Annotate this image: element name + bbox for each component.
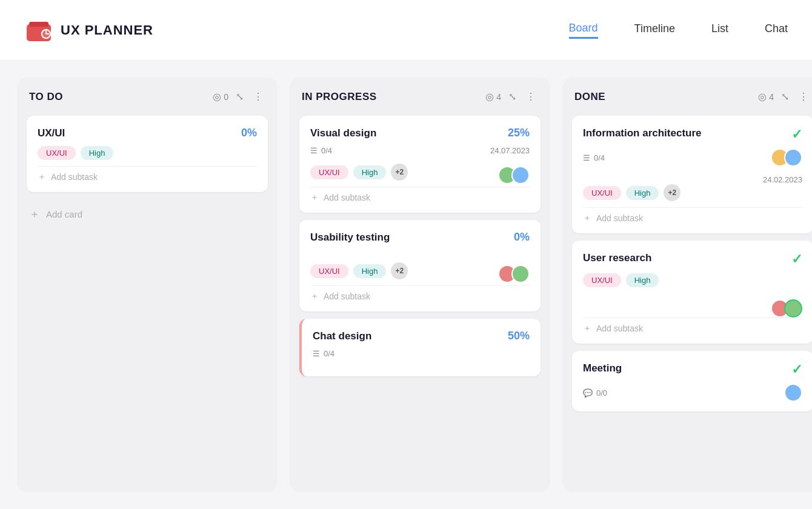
column-done: DONE ◎ 4 ⤡ ⋮ Information architecture ✓ … [562,78,812,492]
column-inprogress-more[interactable]: ⋮ [524,90,538,104]
nav-chat[interactable]: Chat [765,22,788,38]
nav-list[interactable]: List [711,22,728,38]
nav-timeline[interactable]: Timeline [634,22,675,38]
tag-high[interactable]: High [81,146,114,160]
column-inprogress: IN PROGRESS ◎ 4 ⤡ ⋮ Visual design 25% ☰ … [290,78,550,492]
avatar-vd-2 [511,166,530,184]
tag-high-ur[interactable]: High [626,273,659,287]
card-chat-design-tasks: ☰ 0/4 [313,349,334,358]
header: UX PLANNER Board Timeline List Chat [0,0,812,61]
plus-icon-add-card: ＋ [29,207,40,221]
add-subtask-ut[interactable]: ＋ Add subtask [310,285,530,302]
task-icon-ia: ☰ [583,153,590,162]
card-info-arch-tasks: ☰ 0/4 [583,153,605,162]
card-visual-design-percent: 25% [508,127,530,139]
card-visual-design-date: 24.07.2023 [490,146,530,155]
tag-more-ia[interactable]: +2 [664,184,681,201]
tag-more-ut[interactable]: +2 [391,262,408,279]
eye-icon: ◎ [213,91,221,102]
plus-icon: ＋ [38,171,46,182]
card-usability-testing-avatars [498,265,530,283]
card-meeting-check: ✓ [791,362,802,378]
task-icon: ☰ [310,146,318,155]
card-user-research-title: User research [583,251,651,265]
card-meeting-header: Meeting ✓ [583,362,802,378]
card-uxui: UX/UI 0% UX/UI High ＋ + Add card Add sub… [27,116,268,192]
card-visual-design-title: Visual design [310,127,376,140]
avatar-ia-2 [784,148,802,167]
add-subtask-vd[interactable]: ＋ Add subtask [310,187,530,203]
card-visual-design-tags: UX/UI High +2 [310,164,408,181]
column-todo-collapse[interactable]: ⤡ [233,90,246,104]
card-uxui-percent: 0% [241,127,257,139]
column-todo-count: ◎ 0 [213,91,228,102]
column-done-count: ◎ 4 [758,91,774,102]
plus-icon-ur: ＋ [583,323,591,334]
avatar-ut-2 [511,265,530,283]
tag-uxui-ur[interactable]: UX/UI [583,273,621,287]
add-subtask-uxui[interactable]: ＋ + Add card Add subtask [38,166,257,182]
column-inprogress-count: ◎ 4 [485,91,501,102]
card-meeting-tasks: 💬 0/0 [583,388,607,398]
eye-icon-inprogress: ◎ [485,91,494,102]
tag-high-ia[interactable]: High [626,186,659,200]
card-visual-design-avatars [498,166,530,184]
card-chat-design-header: Chat design 50% [313,330,530,343]
card-info-arch-date: 24.02.2023 [763,175,802,184]
tag-high-ut[interactable]: High [353,264,387,278]
card-usability-testing: Usability testing 0% UX/UI High +2 ＋ Add… [299,220,541,311]
tag-more-vd[interactable]: +2 [391,164,408,181]
eye-icon-done: ◎ [758,91,767,102]
card-chat-design-percent: 50% [508,330,530,342]
tag-uxui-ut[interactable]: UX/UI [310,264,348,278]
card-user-research-tags-row: UX/UI High [583,273,802,293]
card-user-research-check: ✓ [791,251,802,267]
column-inprogress-title: IN PROGRESS [302,91,481,103]
app-title: UX PLANNER [61,22,153,38]
card-uxui-tags: UX/UI High [38,146,113,160]
column-done-more[interactable]: ⋮ [796,90,811,104]
add-subtask-ia[interactable]: ＋ Add subtask [583,207,802,224]
card-chat-design-meta: ☰ 0/4 [313,349,530,358]
card-meeting-tags-row: 💬 0/0 [583,384,802,402]
card-user-research-header: User research ✓ [583,251,802,267]
card-usability-testing-title: Usability testing [310,231,390,244]
main-nav: Board Timeline List Chat [569,22,788,39]
card-user-research-avatars [771,299,802,318]
card-usability-testing-percent: 0% [514,231,530,244]
card-uxui-tags-row: UX/UI High [38,146,257,166]
card-info-arch-avatars [771,148,802,167]
logo-icon [24,16,53,45]
card-info-arch-tags: UX/UI High +2 [583,184,802,201]
column-done-title: DONE [574,91,753,103]
tag-uxui-vd[interactable]: UX/UI [310,165,348,179]
column-done-header: DONE ◎ 4 ⤡ ⋮ [572,90,812,108]
column-todo-more[interactable]: ⋮ [251,90,265,104]
add-subtask-ur[interactable]: ＋ Add subtask [583,318,802,334]
task-icon-cd: ☰ [313,349,320,358]
tag-uxui[interactable]: UX/UI [38,146,76,160]
task-icon-meeting: 💬 [583,388,593,398]
card-meeting-title: Meeting [583,362,622,375]
column-todo-header: TO DO ◎ 0 ⤡ ⋮ [27,90,268,108]
card-chat-design-title: Chat design [313,330,371,343]
avatar-ur-2 [784,299,802,318]
avatar-meeting-1 [784,384,802,402]
card-meeting-avatars [784,384,802,402]
card-info-arch: Information architecture ✓ ☰ 0/4 24.02.2… [572,116,812,233]
card-user-research-tags: UX/UI High [583,273,659,287]
tag-high-vd[interactable]: High [353,165,387,179]
svg-rect-1 [29,22,48,27]
card-visual-design-tasks: ☰ 0/4 [310,146,332,155]
card-uxui-header: UX/UI 0% [38,127,257,140]
column-done-collapse[interactable]: ⤡ [779,90,791,104]
nav-board[interactable]: Board [569,22,598,39]
card-info-arch-header: Information architecture ✓ [583,127,802,142]
plus-icon-vd: ＋ [310,192,319,203]
card-uxui-title: UX/UI [38,127,65,140]
card-usability-testing-tags: UX/UI High +2 [310,262,408,279]
tag-uxui-ia[interactable]: UX/UI [583,186,621,200]
column-inprogress-collapse[interactable]: ⤡ [506,90,519,104]
add-card-todo[interactable]: ＋ Add card [27,202,268,226]
card-visual-design-meta: ☰ 0/4 24.07.2023 [310,146,530,155]
